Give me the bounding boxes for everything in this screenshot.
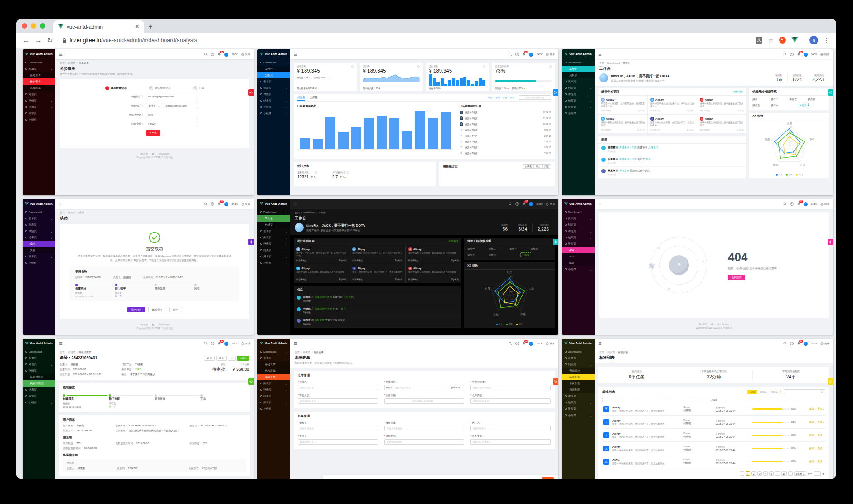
user-avatar[interactable] [804,342,808,346]
breadcrumb-item[interactable]: 高级详情页 [79,351,92,354]
sidebar-item[interactable]: 异常页⌄ [23,110,55,116]
sidebar-item[interactable]: 表单页⌄ [23,215,55,222]
language-switch[interactable]: 简体 [546,203,555,206]
sidebar-item[interactable]: 小组件⌄ [562,110,595,116]
help-icon[interactable]: ? [515,202,519,206]
form-input[interactable]: 请选择审批人员⌄ [298,398,378,404]
sidebar-item[interactable]: Dashboard⌄ [562,209,595,215]
project-card[interactable]: 支Alipay 城镇中有那么多的酒馆，她却偏偏走进了我的酒馆 科学搬砖组9小时前 [294,264,349,283]
amount-input[interactable]: ¥ 5000 [146,121,197,126]
breadcrumb-item[interactable]: 首页 [295,351,302,354]
sidebar-item[interactable]: 403⌄ [562,253,595,260]
next-step-button[interactable]: 下一步 [146,130,161,136]
tab[interactable]: 访问量 [310,94,318,101]
item-title[interactable]: AliPay [612,432,680,435]
sidebar-item[interactable]: 结果页⌄ [257,393,290,399]
footer-link-antd[interactable]: Ant Design [158,152,169,155]
search-icon[interactable] [509,53,512,56]
help-icon[interactable]: ? [790,202,794,206]
menu-fold-icon[interactable] [59,342,63,345]
sidebar-item[interactable]: 详情页⌄ [562,228,595,234]
minimize-window-button[interactable] [31,23,36,29]
back-home-button[interactable]: 返回首页 [728,275,745,280]
sidebar-item[interactable]: 分析页⌄ [257,222,290,228]
breadcrumb-item[interactable]: 工作台 [623,62,630,65]
breadcrumb-item[interactable]: 标准列表 [618,351,628,354]
sidebar-item[interactable]: 异常页⌄ [23,253,55,260]
address-bar[interactable]: iczer.gitee.io/vue-antd-admin/#/dashboar… [58,37,751,44]
info-icon[interactable] [417,65,420,68]
back-button[interactable]: ← [23,36,29,44]
page-button[interactable]: 4 [763,471,768,476]
footer-link-pro[interactable]: Pro首页 [140,323,148,326]
menu-fold-icon[interactable] [294,202,297,206]
search-icon[interactable] [783,53,787,56]
sidebar-item[interactable]: Dashboard⌄ [562,59,595,66]
sidebar-item[interactable]: 结果页⌄ [23,104,55,110]
edit-link[interactable]: 编辑 [809,421,814,424]
action-button[interactable]: 操 作 [204,356,214,361]
sidebar-item[interactable]: 列表页⌄ [257,85,290,91]
sidebar-item[interactable]: 异常页⌄ [23,393,55,399]
page-button[interactable]: ‹ [740,471,744,476]
menu-fold-icon[interactable] [294,342,297,345]
quick-op-link[interactable]: 操作六 [771,104,790,107]
breadcrumb-item[interactable]: 分步表单 [79,62,89,65]
breadcrumb-item[interactable]: 表单页 [68,62,78,65]
user-avatar[interactable] [529,342,533,346]
sidebar-item[interactable]: 列表页⌄ [562,85,595,91]
sidebar-item[interactable]: 高级表单⌄ [257,374,290,380]
breadcrumb-item[interactable]: 成功 [79,211,84,214]
form-input[interactable]: 请选择仓库管理员⌄ [470,385,551,390]
language-switch[interactable]: 简体 [820,203,829,206]
sidebar-item[interactable]: 分析页⌄ [562,72,595,78]
breadcrumb-item[interactable]: 列表页 [607,351,617,354]
sidebar-item[interactable]: 异常页⌄ [257,253,290,260]
search-icon[interactable] [783,202,787,206]
sidebar-item[interactable]: 小组件⌄ [257,260,290,266]
sidebar-item[interactable]: 搜索列表⌄ [562,387,595,393]
sidebar-item[interactable]: 表单页⌄ [562,215,595,222]
theme-settings-gear[interactable] [828,378,833,385]
urge-link[interactable]: 催一下 [115,295,155,297]
theme-settings-gear[interactable] [553,378,558,385]
form-input[interactable]: 请输入任务名⌄ [298,426,378,431]
language-switch[interactable]: 简体 [820,342,829,345]
project-card[interactable]: 支Alipay 希望是一个好东西，也许是最好的，好东西是不会消亡的 科学搬砖组9… [598,96,648,115]
sidebar-item[interactable]: Dashboard⌄ [23,349,55,355]
action-button[interactable]: 操 作 [216,356,227,361]
project-card[interactable]: 支Alipay 城镇中有那么多的酒馆，她却偏偏走进了我的酒馆 科学搬砖组9小时前 [598,115,648,134]
breadcrumb-item[interactable]: 首页 [599,351,606,354]
sidebar-item[interactable]: 表单页⌄ [257,78,290,85]
sidebar-item[interactable]: 结果页⌄ [257,97,290,104]
list-search-input[interactable] [784,389,825,394]
form-input[interactable]: 请输入任务描述⌄ [384,426,465,431]
jump-input[interactable] [814,471,821,476]
sidebar-item[interactable]: 小组件⌄ [23,260,55,266]
all-projects-link[interactable]: 全部项目 [733,90,743,93]
sidebar-item[interactable]: 标准列表⌄ [562,374,595,380]
breadcrumb-item[interactable]: 工作台 [318,211,326,214]
quick-op-link[interactable]: 操作四 [531,247,552,251]
info-icon[interactable] [483,65,485,68]
item-title[interactable]: AliPay [612,419,680,422]
breadcrumb-item[interactable]: 首页 [60,62,67,65]
sidebar-item[interactable]: 小组件⌄ [23,399,55,406]
bell-icon[interactable]: 12 [522,342,526,345]
sidebar-item[interactable]: 列表页⌄ [23,222,55,228]
search-icon[interactable] [204,202,208,206]
quick-op-link[interactable]: 操作六 [489,253,510,257]
more-link[interactable]: 更多⌄ [817,407,824,411]
result-button[interactable]: 返回列表 [127,307,145,312]
footer-link-pro[interactable]: Pro首页 [699,323,707,325]
sidebar-item[interactable]: 小组件⌄ [257,110,290,116]
result-button[interactable]: 打印 [169,307,182,312]
sidebar-item[interactable]: 小组件⌄ [562,266,595,272]
pay-account-select[interactable]: ant-design@alipay.com⌄ [146,94,197,99]
new-tab-button[interactable]: + [144,22,157,31]
form-input[interactable]: 请选择仓库类型⌄ [470,398,551,404]
sidebar-item[interactable]: 列表页⌄ [23,361,55,368]
github-icon[interactable] [152,153,154,155]
username[interactable]: JACK [811,53,817,56]
sidebar-item[interactable]: Dashboard⌄ [257,59,290,66]
